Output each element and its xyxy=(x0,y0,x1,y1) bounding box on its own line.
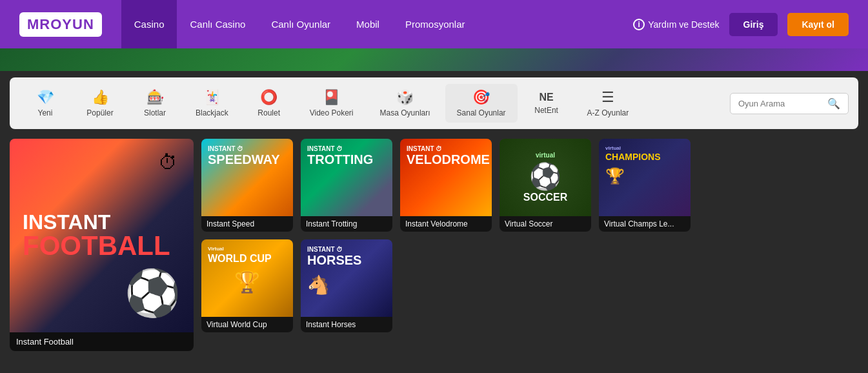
game-thumb-football: ⏱ INSTANT FOOTBALL ⚽ xyxy=(10,139,194,332)
cat-netent[interactable]: NE NetEnt xyxy=(521,86,572,120)
category-bar: 💎 Yeni 👍 Popüler 🎰 Slotlar 🃏 Blackjack ⭕… xyxy=(10,77,858,129)
dice-icon: 🎲 xyxy=(396,89,414,106)
game-label-soccer: Virtual Soccer xyxy=(500,216,591,232)
search-box: 🔍 xyxy=(730,93,849,114)
thumbsup-icon: 👍 xyxy=(92,89,109,106)
game-thumb-champs: virtual CHAMPIONS 🏆 xyxy=(599,139,691,216)
game-label-velodrome: Instant Velodrome xyxy=(400,216,492,232)
cat-sanal-oyunlar[interactable]: 🎯 Sanal Oyunlar xyxy=(445,84,518,123)
register-button[interactable]: Kayıt ol xyxy=(787,13,849,36)
cat-label-populer: Popüler xyxy=(86,108,113,117)
horses-instant-label: INSTANT ⏱ xyxy=(307,246,386,253)
games-row-1: INSTANT ⏱ SPEEDWAY Instant Speed INSTANT… xyxy=(201,139,691,232)
horse-icon: 🐴 xyxy=(307,274,386,296)
game-label-horses: Instant Horses xyxy=(301,317,392,332)
nav-canli-oyunlar[interactable]: Canlı Oyunlar xyxy=(258,0,343,48)
game-card-virtual-champs[interactable]: virtual CHAMPIONS 🏆 Virtual Champs Le... xyxy=(599,139,691,232)
game-label-worldcup: Virtual World Cup xyxy=(201,317,293,332)
speed-instant-label: INSTANT ⏱ xyxy=(208,145,243,152)
game-card-instant-trotting[interactable]: INSTANT ⏱ TROTTING Instant Trotting xyxy=(301,139,392,232)
logo-oyun: OYUN xyxy=(50,16,94,32)
trotting-instant-label: INSTANT ⏱ xyxy=(307,145,343,152)
header: MROYUN Casino Canlı Casino Canlı Oyunlar… xyxy=(0,0,868,48)
cat-masa-oyunlari[interactable]: 🎲 Masa Oyunları xyxy=(368,84,442,123)
header-right: i Yardım ve Destek Giriş Kayıt ol xyxy=(633,13,849,36)
cat-label-yeni: Yeni xyxy=(38,108,53,117)
help-link[interactable]: i Yardım ve Destek xyxy=(633,19,719,30)
search-button[interactable]: 🔍 xyxy=(827,97,840,110)
horses-name-label: HORSES xyxy=(307,253,386,268)
cat-blackjack[interactable]: 🃏 Blackjack xyxy=(184,84,240,123)
game-thumb-velodrome: INSTANT ⏱ VELODROME xyxy=(400,139,492,216)
cat-populer[interactable]: 👍 Popüler xyxy=(74,84,126,123)
clock-icon-football: ⏱ xyxy=(158,152,177,174)
cat-az-oyunlar[interactable]: ☰ A-Z Oyunlar xyxy=(576,84,641,123)
game-thumb-soccer: virtual ⚽ SOCCER xyxy=(500,139,591,216)
cat-label-video-pokeri: Video Pokeri xyxy=(310,108,354,117)
cat-slotlar[interactable]: 🎰 Slotlar xyxy=(129,84,181,123)
cat-label-az-oyunlar: A-Z Oyunlar xyxy=(587,108,629,117)
worldcup-trophy-icon: 🏆 xyxy=(208,270,287,294)
trophy-icon: 🏆 xyxy=(605,167,625,185)
wheel-icon: ⭕ xyxy=(260,89,278,106)
game-thumb-speed: INSTANT ⏱ SPEEDWAY xyxy=(201,139,293,216)
nav-mobil[interactable]: Mobil xyxy=(343,0,392,48)
instant-text: INSTANT xyxy=(23,212,110,232)
game-thumb-worldcup: Virtual WORLD CUP 🏆 xyxy=(201,239,293,317)
game-thumb-trotting: INSTANT ⏱ TROTTING xyxy=(301,139,392,216)
sanal-icon: 🎯 xyxy=(472,89,490,106)
game-thumb-horses: INSTANT ⏱ HORSES 🐴 xyxy=(301,239,392,317)
worldcup-name-label: WORLD CUP xyxy=(208,253,287,265)
cat-label-roulet: Roulet xyxy=(257,108,280,117)
games-section: ⏱ INSTANT FOOTBALL ⚽ Instant Football IN… xyxy=(0,136,868,361)
logo-mr: MR xyxy=(27,16,50,32)
cat-label-slotlar: Slotlar xyxy=(144,108,166,117)
cat-video-pokeri[interactable]: 🎴 Video Pokeri xyxy=(298,84,365,123)
nav-casino[interactable]: Casino xyxy=(121,0,177,48)
cat-label-netent: NetEnt xyxy=(534,106,558,115)
velodrome-instant-label: INSTANT ⏱ xyxy=(407,145,485,152)
game-card-world-cup[interactable]: Virtual WORLD CUP 🏆 Virtual World Cup xyxy=(201,239,293,332)
games-row-2: Virtual WORLD CUP 🏆 Virtual World Cup IN… xyxy=(201,239,691,332)
help-label: Yardım ve Destek xyxy=(648,19,719,30)
soccer-ball-icon: ⚽ xyxy=(523,161,567,192)
nav-promosyonlar[interactable]: Promosyonlar xyxy=(392,0,478,48)
game-card-instant-speed[interactable]: INSTANT ⏱ SPEEDWAY Instant Speed xyxy=(201,139,293,232)
hero-banner xyxy=(0,48,868,71)
game-card-featured[interactable]: ⏱ INSTANT FOOTBALL ⚽ Instant Football xyxy=(10,139,194,351)
champs-name-label: CHAMPIONS xyxy=(605,152,661,162)
games-right-section: INSTANT ⏱ SPEEDWAY Instant Speed INSTANT… xyxy=(201,139,691,351)
cat-label-masa-oyunlari: Masa Oyunları xyxy=(380,108,430,117)
velodrome-name-label: VELODROME xyxy=(407,152,485,167)
game-card-instant-horses[interactable]: INSTANT ⏱ HORSES 🐴 Instant Horses xyxy=(301,239,392,332)
login-button[interactable]: Giriş xyxy=(729,13,778,36)
game-label-speed: Instant Speed xyxy=(201,216,293,232)
game-card-virtual-soccer[interactable]: virtual ⚽ SOCCER Virtual Soccer xyxy=(500,139,591,232)
game-label-champs: Virtual Champs Le... xyxy=(599,216,691,232)
search-input[interactable] xyxy=(738,99,822,108)
cat-label-sanal-oyunlar: Sanal Oyunlar xyxy=(457,108,506,117)
cat-label-blackjack: Blackjack xyxy=(196,108,228,117)
cat-roulet[interactable]: ⭕ Roulet xyxy=(243,84,295,123)
netent-icon: NE xyxy=(539,92,553,103)
diamond-icon: 💎 xyxy=(37,89,54,106)
info-icon: i xyxy=(633,19,645,30)
trotting-name-label: TROTTING xyxy=(307,152,373,167)
soccer-virtual-label: virtual xyxy=(523,152,567,159)
speed-name-label: SPEEDWAY xyxy=(208,152,280,167)
champs-virtual-label: virtual xyxy=(605,145,621,151)
menu-icon: ☰ xyxy=(601,89,614,106)
game-label-football: Instant Football xyxy=(10,332,194,351)
cards-icon: 🃏 xyxy=(203,89,221,106)
slot-icon: 🎰 xyxy=(146,89,164,106)
logo[interactable]: MROYUN xyxy=(19,12,102,37)
soccer-name-label: SOCCER xyxy=(523,192,567,203)
nav-canli-casino[interactable]: Canlı Casino xyxy=(177,0,258,48)
cat-yeni[interactable]: 💎 Yeni xyxy=(19,84,71,123)
game-card-instant-velodrome[interactable]: INSTANT ⏱ VELODROME Instant Velodrome xyxy=(400,139,492,232)
worldcup-virtual-label: Virtual xyxy=(208,246,287,252)
poker-icon: 🎴 xyxy=(323,89,340,106)
football-text: FOOTBALL xyxy=(23,232,170,259)
main-nav: Casino Canlı Casino Canlı Oyunlar Mobil … xyxy=(121,0,614,48)
ball-icon: ⚽ xyxy=(125,267,181,319)
